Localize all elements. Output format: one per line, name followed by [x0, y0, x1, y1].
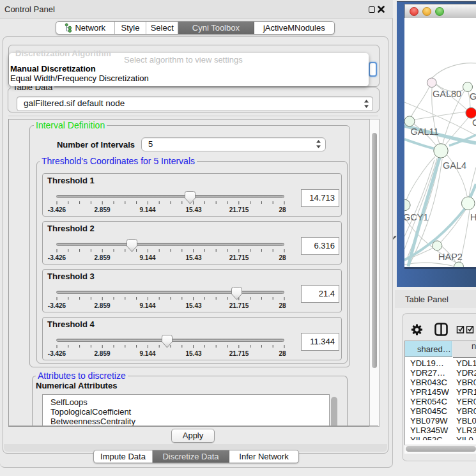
svg-text:C: C	[472, 118, 476, 128]
svg-text:GA: GA	[470, 91, 476, 102]
svg-text:GAL11: GAL11	[411, 127, 439, 137]
svg-text:HAP2: HAP2	[438, 252, 463, 262]
svg-text:GCY1: GCY1	[404, 212, 429, 222]
svg-text:GAL80: GAL80	[433, 89, 461, 99]
svg-text:H: H	[470, 212, 476, 222]
svg-text:GAL4: GAL4	[443, 160, 466, 171]
